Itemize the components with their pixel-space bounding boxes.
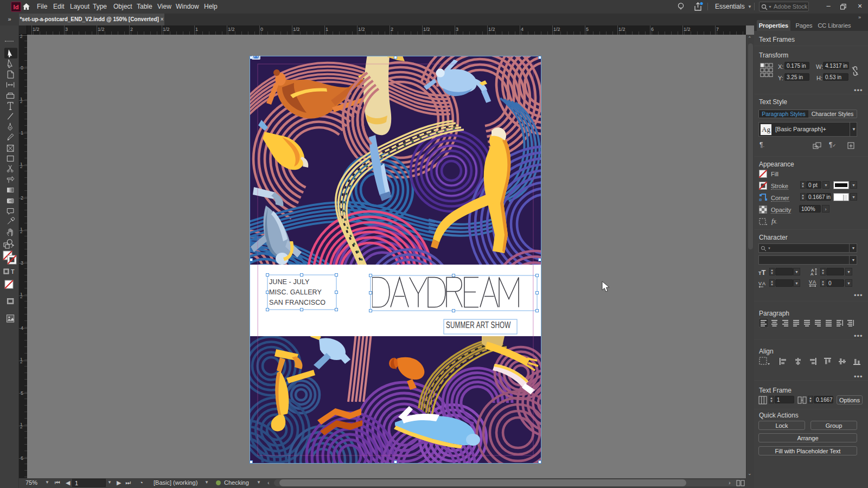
svg-text:T: T xyxy=(11,268,15,275)
svg-text:A: A xyxy=(810,272,814,276)
svg-text:A: A xyxy=(813,279,816,285)
svg-text:V: V xyxy=(809,279,812,285)
svg-text:A: A xyxy=(762,281,765,286)
svg-text:V: V xyxy=(758,281,762,286)
